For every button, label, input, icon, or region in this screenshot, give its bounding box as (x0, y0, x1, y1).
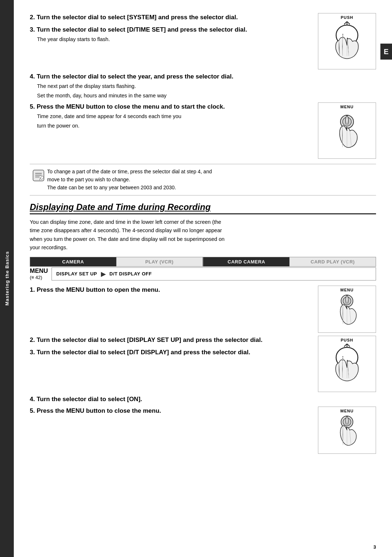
svg-line-17 (344, 344, 347, 347)
bottom-step1-block: 1. Press the MENU button to open the men… (30, 286, 376, 333)
bottom-step4-block: 4. Turn the selector dial to select [ON]… (30, 395, 376, 404)
note-block: To change a part of the date or time, pr… (30, 164, 376, 195)
step4-heading: 4. Turn the selector dial to select the … (30, 72, 376, 81)
menu-label-top: MENU (318, 105, 376, 109)
menu-label-bottom1: MENU (318, 288, 376, 292)
mode-card-camera: CARD CAMERA (204, 257, 290, 266)
pencil-icon (32, 169, 45, 182)
note-line2: move to the part you wish to change. (47, 177, 130, 182)
bottom-step1-text: 1. Press the MENU button to open the men… (30, 286, 311, 296)
svg-line-3 (344, 21, 347, 24)
mode-card-play-vcr: CARD PLAY (VCR) (290, 257, 376, 266)
note-line3: The date can be set to any year between … (47, 185, 176, 190)
note-text-area: To change a part of the date or time, pr… (47, 168, 376, 191)
menu-button-svg-2 (329, 291, 365, 327)
menu-sub: (≡ 42) (30, 275, 48, 280)
step2-heading: 2. Turn the selector dial to select [SYS… (30, 13, 311, 22)
section-body3: when you turn the power on. The date and… (30, 236, 225, 242)
push-label: PUSH (318, 15, 376, 20)
svg-text:↕: ↕ (342, 32, 344, 38)
mode-camera: CAMERA (30, 257, 117, 266)
bottom-step2-heading: 2. Turn the selector dial to select [DIS… (30, 336, 311, 344)
bottom-steps23-text: 2. Turn the selector dial to select [DIS… (30, 336, 311, 358)
menu-step1: DISPLAY SET UP (56, 271, 97, 277)
selector-dial-image-2: PUSH ↕ (318, 336, 376, 392)
menu-arrow-icon: ▶ (101, 270, 106, 278)
menu-button-image-2: MENU (318, 286, 376, 333)
step3-heading: 3. Turn the selector dial to select [D/T… (30, 25, 311, 34)
mode-bar: CAMERA PLAY (VCR) CARD CAMERA CARD PLAY … (30, 257, 376, 267)
section-body2: time zone disappears after 4 seconds). T… (30, 227, 222, 233)
bottom-step5-heading: 5. Press the MENU button to close the me… (30, 407, 311, 415)
section-body: You can display time zone, date and time… (30, 218, 376, 252)
selector-dial-image-1: PUSH ↕ (318, 13, 376, 69)
note-icon-area (30, 168, 47, 191)
menu-button-svg-1 (329, 111, 365, 151)
selector-dial-svg-1: ↕ (329, 21, 365, 61)
page: Mastering the Basics E 2. Turn the selec… (0, 0, 392, 557)
svg-line-2 (347, 21, 350, 24)
side-tab-label: Mastering the Basics (4, 251, 10, 306)
svg-text:↕: ↕ (342, 354, 344, 360)
note-line1: To change a part of the date or time, pr… (47, 169, 212, 174)
e-tab: E (380, 44, 392, 60)
bottom-steps23-block: 2. Turn the selector dial to select [DIS… (30, 336, 376, 392)
bottom-step3-heading: 3. Turn the selector dial to select [D/T… (30, 348, 311, 357)
menu-button-image-1: MENU (318, 102, 376, 159)
main-content: E 2. Turn the selector dial to select [S… (14, 0, 392, 557)
menu-button-image-3: MENU (318, 407, 376, 454)
bottom-step1-heading: 1. Press the MENU button to open the men… (30, 286, 311, 294)
step5-block: 5. Press the MENU button to close the me… (30, 102, 376, 159)
menu-button-svg-3 (329, 412, 365, 448)
section-body1: You can display time zone, date and time… (30, 219, 221, 225)
push-label-2: PUSH (318, 338, 376, 342)
menu-label-bottom2: MENU (318, 409, 376, 413)
step5-body2: turn the power on. (37, 122, 311, 130)
section-body4: your recordings. (30, 245, 68, 250)
bottom-step5-block: 5. Press the MENU button to close the me… (30, 407, 376, 454)
svg-rect-7 (33, 170, 44, 181)
menu-row: MENU (≡ 42) DISPLAY SET UP ▶ D/T DISPLAY… (30, 267, 376, 280)
menu-steps-box: DISPLAY SET UP ▶ D/T DISPLAY OFF (52, 267, 376, 280)
step4-block: 4. Turn the selector dial to select the … (30, 72, 376, 100)
step4-body1: The next part of the display starts flas… (37, 82, 376, 90)
selector-dial-svg-2: ↕ (329, 344, 365, 384)
side-tab: Mastering the Basics (0, 0, 14, 557)
step5-text: 5. Press the MENU button to close the me… (30, 102, 311, 131)
menu-word: MENU (30, 267, 48, 274)
bottom-step5-text: 5. Press the MENU button to close the me… (30, 407, 311, 417)
step4-body2: Set the month, day, hours and minutes in… (37, 92, 376, 100)
step2-text: 2. Turn the selector dial to select [SYS… (30, 13, 311, 45)
mode-play-vcr: PLAY (VCR) (117, 257, 203, 266)
step3-body: The year display starts to flash. (37, 36, 311, 44)
section-title: Displaying Date and Time during Recordin… (30, 202, 211, 212)
section-title-bar: Displaying Date and Time during Recordin… (30, 202, 376, 214)
step5-heading: 5. Press the MENU button to close the me… (30, 102, 311, 111)
step5-body1: Time zone, date and time appear for 4 se… (37, 113, 311, 121)
step2-block: 2. Turn the selector dial to select [SYS… (30, 13, 376, 69)
bottom-step4-heading: 4. Turn the selector dial to select [ON]… (30, 395, 376, 404)
page-number: 3 (373, 544, 376, 550)
menu-step2: D/T DISPLAY OFF (110, 271, 152, 277)
svg-line-16 (347, 344, 350, 347)
menu-label-area: MENU (≡ 42) (30, 267, 48, 280)
